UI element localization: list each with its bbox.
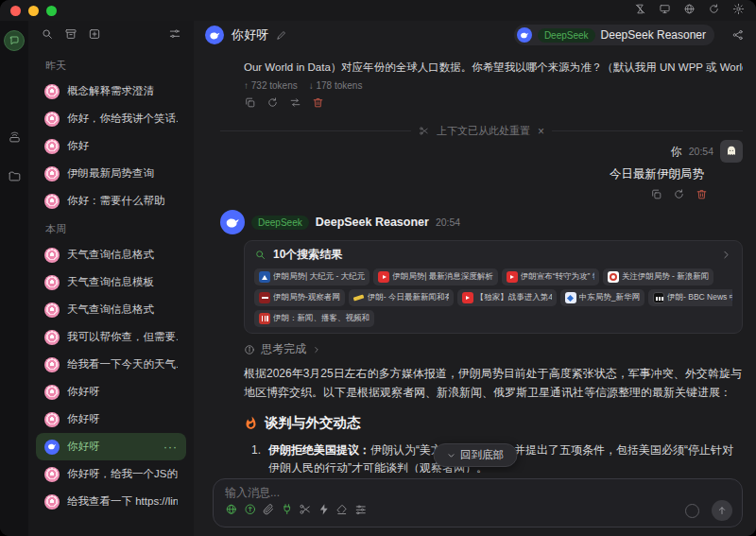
delete-icon[interactable]	[696, 187, 708, 204]
mcp-plug-icon[interactable]	[281, 502, 294, 519]
thinking-label: 思考完成	[261, 341, 306, 357]
sort-settings-icon[interactable]	[168, 27, 181, 44]
sidebar-item[interactable]: 你好：需要什么帮助	[36, 187, 186, 215]
flame-icon	[244, 416, 258, 430]
copy-icon[interactable]	[244, 95, 256, 112]
sidebar-item[interactable]: 你好呀	[36, 378, 186, 406]
sidebar-item[interactable]: 我可以帮你查，但需要...	[36, 323, 186, 351]
search-result-chip[interactable]: 中东局势_新华网	[560, 289, 644, 306]
chip-label: 伊朗局势| 最新消息深度解析	[392, 271, 493, 283]
assistants-nav-chat-icon[interactable]	[4, 30, 25, 51]
composer	[213, 478, 743, 527]
web-search-icon[interactable]	[225, 502, 238, 519]
sidebar-item[interactable]: 天气查询信息格式	[36, 241, 186, 268]
search-result-chip[interactable]: 关注伊朗局势 - 新浪新闻	[603, 268, 714, 285]
swap-model-icon[interactable]	[289, 95, 301, 112]
edit-title-pencil-icon[interactable]	[276, 29, 287, 41]
chevron-right-icon[interactable]	[720, 249, 732, 261]
search-result-chip[interactable]: 伊朗局势| 最新消息深度解析	[373, 268, 498, 285]
app-rail	[0, 21, 28, 536]
monitor-icon[interactable]	[659, 2, 671, 19]
chat-panel: 你好呀 DeepSeek DeepSeek Reasoner Our World…	[194, 21, 756, 536]
attachment-icon[interactable]	[262, 502, 275, 519]
divider-label: 上下文已从此处重置	[437, 124, 530, 138]
search-icon[interactable]	[41, 27, 54, 44]
sidebar-item[interactable]: 天气查询信息模板	[36, 268, 186, 296]
refresh-icon[interactable]	[708, 2, 720, 19]
archive-icon[interactable]	[64, 27, 77, 44]
hourglass-off-icon[interactable]	[634, 2, 646, 19]
youtube-favicon	[507, 271, 518, 283]
folder-icon[interactable]	[8, 169, 22, 183]
timestamp: 20:54	[689, 146, 713, 157]
sidebar-item[interactable]: 概念解释需求澄清	[36, 78, 186, 105]
message-input[interactable]	[225, 486, 732, 499]
quick-phrase-lightning-icon[interactable]	[318, 502, 331, 519]
assistant-message-previous: Our World in Data）对应年份的全球人口数据。你希望我以哪个来源为…	[220, 61, 743, 112]
voice-circle-icon[interactable]	[685, 504, 699, 518]
epoch-times-favicon	[259, 271, 270, 283]
deepseek-whale-icon	[44, 440, 60, 455]
search-results-title: 10个搜索结果	[273, 247, 342, 263]
send-button[interactable]	[712, 500, 732, 521]
zoom-window-button[interactable]	[46, 6, 57, 16]
new-chat-icon[interactable]	[88, 27, 101, 44]
search-result-chip[interactable]: 伊朗- 今日最新新闻和有关讨	[349, 289, 454, 306]
search-result-chip[interactable]: 伊朗局势| 大纪元 - 大纪元	[254, 268, 369, 285]
tokens-up: ↑ 732 tokens	[244, 80, 298, 91]
globe-icon[interactable]	[683, 2, 696, 19]
xinhua-favicon	[565, 292, 576, 303]
sidebar-item[interactable]: 你好呀，给我一个JS的...	[36, 460, 186, 488]
sidebar-item[interactable]: 你好	[36, 132, 186, 160]
knowledge-base-icon[interactable]	[244, 502, 257, 519]
delete-icon[interactable]	[312, 95, 324, 112]
copy-icon[interactable]	[650, 187, 662, 204]
chevron-down-icon	[446, 451, 455, 460]
sina-news-favicon	[608, 271, 619, 283]
sidebar-item-label: 概念解释需求澄清	[67, 84, 178, 98]
deepseek-whale-icon	[517, 27, 532, 43]
scissors-icon[interactable]	[299, 502, 312, 519]
search-results-card[interactable]: 10个搜索结果 伊朗局势| 大纪元 - 大纪元 伊朗局势| 最新消息深度解析 伊…	[244, 240, 743, 334]
emoji-avatar	[44, 303, 60, 318]
sidebar-item[interactable]: 天气查询信息格式	[36, 296, 186, 323]
minimize-window-button[interactable]	[28, 6, 39, 16]
sidebar-item-label: 给我查看一下 https://lin...	[67, 494, 178, 509]
sidebar-item[interactable]: 给我看一下今天的天气...	[36, 351, 186, 378]
close-icon[interactable]: ×	[538, 125, 544, 138]
thinking-status[interactable]: 思考完成	[244, 341, 743, 357]
search-result-chip[interactable]: 伊朗：新闻、播客、视频和	[254, 310, 374, 327]
search-result-chip[interactable]: 伊朗宣布“转守为攻” 特朗普将	[502, 268, 599, 285]
gear-icon[interactable]	[732, 2, 745, 19]
regenerate-icon[interactable]	[266, 95, 279, 112]
more-options-icon[interactable]: ···	[163, 441, 178, 454]
regenerate-icon[interactable]	[673, 187, 685, 204]
back-to-bottom-label: 回到底部	[460, 448, 504, 462]
section-label: 昨天	[28, 51, 194, 78]
close-window-button[interactable]	[10, 6, 21, 16]
thinking-info-icon	[244, 344, 255, 355]
search-result-chip[interactable]: 伊朗- BBC News 中文	[648, 289, 732, 306]
share-icon[interactable]	[731, 28, 745, 42]
provider-badge: DeepSeek	[251, 216, 309, 230]
back-to-bottom-button[interactable]: 回到底部	[433, 443, 517, 467]
traffic-lights	[10, 6, 57, 16]
eraser-icon[interactable]	[335, 502, 349, 519]
sidebar-item[interactable]: 给我查看一下 https://lin...	[36, 488, 186, 515]
sidebar-item[interactable]: 你好，你给我讲个笑话...	[36, 105, 186, 132]
chip-label: 中东局势_新华网	[579, 292, 640, 303]
model-selector[interactable]: DeepSeek DeepSeek Reasoner	[514, 25, 714, 45]
emoji-avatar	[44, 494, 60, 510]
sidebar-item[interactable]: 伊朗最新局势查询	[36, 160, 186, 187]
message-text: Our World in Data）对应年份的全球人口数据。你希望我以哪个来源为…	[244, 61, 743, 75]
sidebar-item-selected[interactable]: 你好呀 ···	[36, 433, 186, 460]
radio-device-icon[interactable]	[8, 130, 22, 145]
scissors-icon	[419, 126, 429, 136]
search-result-chip[interactable]: 【独家】战事进入第4周! 美	[457, 289, 557, 306]
sidebar-item[interactable]: 你好呀	[36, 406, 186, 433]
search-result-chip[interactable]: 伊朗局势-观察者网	[254, 289, 345, 306]
youtube-favicon	[462, 292, 473, 303]
settings-sliders-icon[interactable]	[354, 502, 368, 519]
chip-label: 伊朗宣布“转守为攻” 特朗普将	[521, 271, 594, 283]
sidebar-item-label: 天气查询信息模板	[67, 275, 178, 289]
